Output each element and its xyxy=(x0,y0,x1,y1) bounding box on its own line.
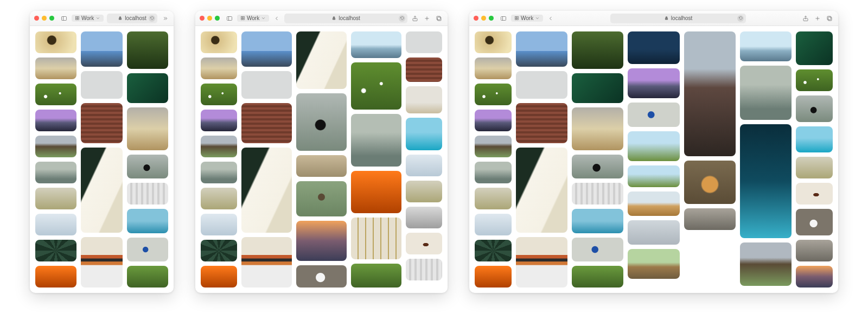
photo-thumbnail[interactable] xyxy=(351,218,401,260)
photo-thumbnail[interactable] xyxy=(201,31,237,53)
photo-thumbnail[interactable] xyxy=(127,31,168,69)
photo-thumbnail[interactable] xyxy=(127,238,168,261)
photo-thumbnail[interactable] xyxy=(516,31,567,67)
sidebar-toggle-icon[interactable] xyxy=(499,14,508,23)
photo-thumbnail[interactable] xyxy=(35,110,76,131)
new-tab-icon[interactable] xyxy=(423,14,431,23)
minimize-window-button[interactable] xyxy=(481,16,486,21)
zoom-window-button[interactable] xyxy=(215,16,220,21)
photo-thumbnail[interactable] xyxy=(740,124,792,238)
photo-thumbnail[interactable] xyxy=(628,191,679,216)
tab-overview-icon[interactable] xyxy=(825,14,834,23)
back-button[interactable] xyxy=(272,14,281,23)
back-button[interactable] xyxy=(546,14,555,23)
photo-thumbnail[interactable] xyxy=(201,110,237,131)
photo-thumbnail[interactable] xyxy=(406,259,442,280)
photo-thumbnail[interactable] xyxy=(406,233,442,254)
photo-thumbnail[interactable] xyxy=(35,266,76,288)
photo-thumbnail[interactable] xyxy=(628,131,679,161)
photo-thumbnail[interactable] xyxy=(740,31,792,61)
photo-thumbnail[interactable] xyxy=(127,73,168,103)
photo-thumbnail[interactable] xyxy=(796,266,833,288)
photo-thumbnail[interactable] xyxy=(740,66,792,120)
photo-thumbnail[interactable] xyxy=(516,103,567,143)
photo-thumbnail[interactable] xyxy=(475,188,512,209)
photo-thumbnail[interactable] xyxy=(796,240,833,261)
close-window-button[interactable] xyxy=(474,16,478,21)
photo-thumbnail[interactable] xyxy=(796,69,833,91)
photo-thumbnail[interactable] xyxy=(796,183,833,205)
share-icon[interactable] xyxy=(801,14,810,23)
photo-thumbnail[interactable] xyxy=(572,209,623,233)
photo-thumbnail[interactable] xyxy=(201,162,237,183)
photo-thumbnail[interactable] xyxy=(406,207,442,228)
photo-thumbnail[interactable] xyxy=(35,214,76,235)
photo-thumbnail[interactable] xyxy=(241,103,292,143)
photo-thumbnail[interactable] xyxy=(201,214,237,235)
photo-thumbnail[interactable] xyxy=(796,31,833,65)
sidebar-toggle-icon[interactable] xyxy=(225,14,234,23)
photo-thumbnail[interactable] xyxy=(796,126,833,153)
photo-thumbnail[interactable] xyxy=(475,31,512,53)
photo-thumbnail[interactable] xyxy=(796,209,833,235)
photo-thumbnail[interactable] xyxy=(35,162,76,183)
photo-thumbnail[interactable] xyxy=(628,249,679,279)
photo-thumbnail[interactable] xyxy=(81,31,122,67)
photo-thumbnail[interactable] xyxy=(796,157,833,178)
photo-thumbnail[interactable] xyxy=(351,264,401,288)
photo-thumbnail[interactable] xyxy=(201,240,237,261)
photo-thumbnail[interactable] xyxy=(406,118,442,150)
reload-icon[interactable] xyxy=(149,15,155,22)
share-icon[interactable] xyxy=(411,14,419,23)
tab-group-pill[interactable]: Work xyxy=(237,15,269,22)
photo-thumbnail[interactable] xyxy=(127,183,168,205)
photo-thumbnail[interactable] xyxy=(296,155,347,177)
photo-thumbnail[interactable] xyxy=(201,188,237,209)
photo-thumbnail[interactable] xyxy=(201,84,237,105)
photo-thumbnail[interactable] xyxy=(572,73,623,103)
minimize-window-button[interactable] xyxy=(207,16,212,21)
tab-group-pill[interactable]: Work xyxy=(511,15,543,22)
photo-thumbnail[interactable] xyxy=(127,266,168,288)
photo-thumbnail[interactable] xyxy=(81,103,122,143)
photo-thumbnail[interactable] xyxy=(296,265,347,288)
photo-thumbnail[interactable] xyxy=(406,181,442,202)
photo-thumbnail[interactable] xyxy=(406,31,442,53)
photo-thumbnail[interactable] xyxy=(475,240,512,261)
minimize-window-button[interactable] xyxy=(42,16,47,21)
photo-thumbnail[interactable] xyxy=(684,31,736,156)
photo-thumbnail[interactable] xyxy=(35,136,76,157)
photo-thumbnail[interactable] xyxy=(628,220,679,245)
photo-thumbnail[interactable] xyxy=(351,31,401,58)
photo-thumbnail[interactable] xyxy=(475,266,512,288)
sidebar-toggle-icon[interactable] xyxy=(60,14,68,23)
photo-thumbnail[interactable] xyxy=(241,148,292,233)
photo-thumbnail[interactable] xyxy=(201,136,237,157)
photo-thumbnail[interactable] xyxy=(572,31,623,69)
photo-thumbnail[interactable] xyxy=(572,183,623,205)
photo-thumbnail[interactable] xyxy=(475,162,512,183)
reload-icon[interactable] xyxy=(399,15,405,22)
photo-thumbnail[interactable] xyxy=(406,58,442,82)
photo-thumbnail[interactable] xyxy=(475,136,512,157)
photo-thumbnail[interactable] xyxy=(572,266,623,288)
photo-thumbnail[interactable] xyxy=(81,71,122,99)
photo-thumbnail[interactable] xyxy=(475,110,512,131)
overflow-icon[interactable] xyxy=(161,14,169,23)
zoom-window-button[interactable] xyxy=(49,16,54,21)
photo-thumbnail[interactable] xyxy=(296,181,347,216)
photo-thumbnail[interactable] xyxy=(35,31,76,53)
tab-group-pill[interactable]: Work xyxy=(72,15,104,22)
reload-icon[interactable] xyxy=(737,15,744,22)
photo-thumbnail[interactable] xyxy=(81,237,122,288)
zoom-window-button[interactable] xyxy=(489,16,494,21)
photo-thumbnail[interactable] xyxy=(684,161,736,204)
photo-thumbnail[interactable] xyxy=(516,148,567,233)
photo-thumbnail[interactable] xyxy=(628,103,679,127)
photo-thumbnail[interactable] xyxy=(475,84,512,105)
address-bar[interactable]: localhost xyxy=(610,14,746,23)
photo-thumbnail[interactable] xyxy=(572,238,623,261)
photo-thumbnail[interactable] xyxy=(572,107,623,150)
photo-thumbnail[interactable] xyxy=(572,155,623,178)
tab-overview-icon[interactable] xyxy=(435,14,443,23)
